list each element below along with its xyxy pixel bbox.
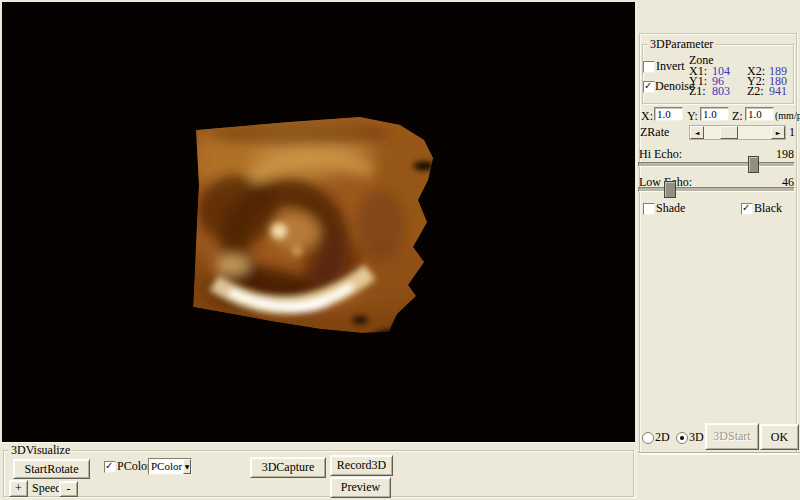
hi-echo-slider-track[interactable]: [638, 162, 795, 167]
3dstart-button[interactable]: 3DStart: [705, 423, 759, 450]
zrate-scrollbar-thumb[interactable]: [720, 126, 738, 139]
y-scale-field[interactable]: [700, 107, 729, 121]
zrate-label: ZRate: [640, 126, 669, 138]
bottom-toolbar: 3DVisualize StartRotate + Speed - ✓ PCol…: [0, 442, 636, 500]
x-scale-field[interactable]: [654, 107, 683, 121]
pcolor-dropdown[interactable]: PColor ▼: [148, 458, 192, 475]
mode-2d-label: 2D: [655, 431, 670, 443]
3dvisualize-title: 3DVisualize: [8, 443, 73, 457]
scroll-left-arrow-icon[interactable]: ◄: [690, 126, 704, 139]
3dparameter-title: 3DParameter: [647, 37, 716, 51]
scroll-right-arrow-icon[interactable]: ►: [771, 126, 785, 139]
zrate-scrollbar[interactable]: ◄ ►: [689, 125, 786, 140]
ultrasound-volume-image: [2, 2, 635, 442]
radio-dot-icon: [680, 436, 684, 440]
speed-minus-button[interactable]: -: [59, 481, 78, 497]
record3d-button[interactable]: Record3D: [330, 455, 393, 476]
checkmark-icon: ✓: [644, 80, 652, 91]
invert-label: Invert: [656, 60, 685, 72]
start-rotate-button[interactable]: StartRotate: [13, 459, 90, 479]
black-checkbox[interactable]: ✓: [741, 203, 753, 215]
preview-button[interactable]: Preview: [330, 477, 391, 498]
zone-z1-label: Z1:: [689, 85, 706, 97]
scale-unit-label: (mm/p): [775, 110, 800, 122]
low-echo-slider-thumb[interactable]: [664, 181, 676, 198]
render-viewport[interactable]: [2, 2, 635, 442]
shade-checkbox[interactable]: [643, 203, 655, 215]
z-scale-label: Z:: [732, 110, 743, 122]
ok-button[interactable]: OK: [760, 424, 799, 450]
hi-echo-value: 198: [776, 148, 794, 160]
mode-2d-radio[interactable]: [642, 432, 654, 444]
speed-plus-button[interactable]: +: [9, 480, 28, 497]
pcolor-dropdown-value: PColor: [149, 459, 183, 474]
black-label: Black: [754, 202, 782, 214]
pcolor-label: PColor: [117, 460, 151, 472]
mode-3d-radio[interactable]: [676, 432, 688, 444]
zrate-value: 1: [789, 126, 795, 138]
mode-3d-label: 3D: [689, 431, 704, 443]
zone-z1-value: 803: [712, 85, 730, 97]
3dcapture-button[interactable]: 3DCapture: [250, 457, 326, 478]
parameter-panel: 3DParameter Invert ✓ Denoise Zone X1: 10…: [636, 0, 800, 500]
z-scale-field[interactable]: [745, 107, 774, 121]
zone-z2-value: 941: [769, 85, 787, 97]
chevron-down-icon[interactable]: ▼: [183, 459, 191, 474]
x-scale-label: X:: [641, 110, 653, 122]
app-window: 3DParameter Invert ✓ Denoise Zone X1: 10…: [0, 0, 800, 500]
checkmark-icon: ✓: [105, 460, 113, 471]
y-scale-label: Y:: [687, 110, 698, 122]
panel-separator: [638, 452, 800, 454]
speed-label: Speed: [32, 482, 61, 494]
low-echo-slider-track[interactable]: [638, 187, 795, 192]
pcolor-checkbox[interactable]: ✓: [104, 461, 116, 473]
denoise-checkbox[interactable]: ✓: [643, 81, 655, 93]
checkmark-icon: ✓: [742, 202, 750, 213]
hi-echo-label: Hi Echo:: [639, 148, 682, 160]
shade-label: Shade: [656, 202, 685, 214]
hi-echo-slider-thumb[interactable]: [748, 156, 759, 173]
zone-z2-label: Z2:: [747, 85, 764, 97]
invert-checkbox[interactable]: [643, 61, 655, 73]
